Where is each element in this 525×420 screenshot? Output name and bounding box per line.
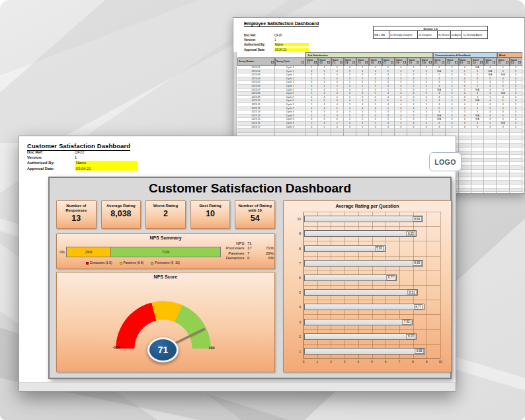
column-header: Quest 2.3▾ <box>459 58 471 66</box>
bar <box>304 304 424 310</box>
x-tick-label: 8 <box>409 360 417 364</box>
table-cell <box>510 192 522 194</box>
column-header: Quest 1.7▾ <box>382 58 395 66</box>
column-header-label: Quest 3.2 <box>511 60 518 64</box>
column-header-label: Quest 1.8 <box>396 60 403 64</box>
category-label: 2 <box>288 335 301 339</box>
nps-summary-title: NPS Summary <box>57 235 274 240</box>
filter-dropdown-button[interactable]: ▾ <box>480 61 483 63</box>
column-header: Quest 1.9▾ <box>407 58 420 66</box>
approval-row: Approval Date:03.04.21 <box>244 48 309 52</box>
rating-scale-cells: N/A = N/A 1= Strongly Disagree 2= Disagr… <box>374 31 487 39</box>
nps-stats: NPS: 71 Promoters: 17 71% Passives: 7 29… <box>209 241 274 261</box>
stat-pct: 29% <box>259 251 274 255</box>
customer-dashboard-sheet: Customer Satisfaction Dashboard Doc Ref:… <box>19 136 456 392</box>
chart-title: Average Rating per Question <box>284 204 451 208</box>
category-label: 1 <box>288 349 301 353</box>
filter-dropdown-button[interactable]: ▾ <box>467 61 470 63</box>
x-axis-line <box>303 358 440 359</box>
approval-label: Approval Date: <box>244 48 274 52</box>
stat-pct: 0% <box>259 256 274 260</box>
x-tick-label: 0 <box>300 360 307 364</box>
filter-dropdown-button[interactable]: ▾ <box>403 61 406 63</box>
authorised-row: Authorised By:Name <box>244 43 309 46</box>
column-group-header: Job Satisfaction <box>305 52 433 58</box>
table-cell <box>497 192 509 194</box>
filter-dropdown-button[interactable]: ▾ <box>352 61 355 63</box>
column-header: Quest 2.2▾ <box>446 58 458 66</box>
column-header-label: Quest 1.2 <box>319 60 327 64</box>
column-header-label: Quest 1.1 <box>307 60 314 64</box>
approval-label: Approval Date: <box>27 167 75 171</box>
category-label: 5 <box>288 290 301 294</box>
filter-dropdown-button[interactable]: ▾ <box>302 61 304 63</box>
column-header-label: Survey Number <box>239 61 255 63</box>
gridline <box>303 344 440 345</box>
scale-item: N/A = N/A <box>374 31 389 39</box>
bar <box>304 230 417 237</box>
table-header-row: Survey Number▾Survey Cycle▾Quest 1.1▾Que… <box>237 58 525 66</box>
table-cell <box>459 192 471 194</box>
bar-value-label: 8,77 <box>414 304 423 310</box>
employee-sheet-title: Employee Satisfaction Dashboard <box>244 21 319 27</box>
filter-dropdown-button[interactable]: ▾ <box>314 61 317 63</box>
kpi-worst-rating: Worst Rating 2 <box>145 200 186 229</box>
scale-item: 3= Neutral <box>438 31 451 39</box>
column-header: Quest 1.2▾ <box>318 58 331 66</box>
column-header-label: Survey Cycle <box>276 61 290 63</box>
filter-dropdown-button[interactable]: ▾ <box>506 61 508 63</box>
bar-value-label: 8,31 <box>407 290 417 295</box>
kpi-card-row: Number of Responses 13 Average Rating 8,… <box>56 200 275 229</box>
column-header-label: Quest 1.9 <box>409 60 416 64</box>
filter-dropdown-button[interactable]: ▾ <box>429 61 432 63</box>
scale-item: 4= Agree <box>451 31 463 39</box>
filter-dropdown-button[interactable]: ▾ <box>365 61 368 63</box>
filter-dropdown-button[interactable]: ▾ <box>442 61 444 63</box>
filter-dropdown-button[interactable]: ▾ <box>391 61 393 63</box>
gauge-max-label: 100 <box>204 346 220 350</box>
column-header: Quest 3.1▾ <box>497 58 509 66</box>
category-label: 10 <box>288 217 301 221</box>
filter-dropdown-button[interactable]: ▾ <box>327 61 330 63</box>
column-header-label: Quest 2.3 <box>460 60 467 64</box>
gauge-value-badge: 71 <box>147 337 179 362</box>
bar <box>304 333 417 340</box>
scale-item: 2= Disagree <box>418 31 438 39</box>
category-label: 3 <box>288 320 301 324</box>
kpi-number-of-responses: Number of Responses 13 <box>56 200 97 229</box>
column-group-header: Communication & Feedback <box>433 52 497 58</box>
scale-item: 1= Strongly Disagree <box>389 31 418 39</box>
legend-item: Detractors (1-5) <box>86 261 112 265</box>
column-header: Quest 1.8▾ <box>395 58 407 66</box>
kpi-value: 2 <box>163 209 168 218</box>
doc-ref-label: Doc Ref: <box>27 150 75 154</box>
version-row: Version:1 <box>27 155 77 159</box>
product-backdrop: Employee Satisfaction Dashboard Doc Ref:… <box>0 0 525 420</box>
group-spacer <box>237 52 305 58</box>
filter-dropdown-button[interactable]: ▾ <box>271 61 274 63</box>
filter-dropdown-button[interactable]: ▾ <box>493 61 495 63</box>
column-header-label: Quest 2.1 <box>434 60 442 64</box>
kpi-value: 54 <box>251 214 260 223</box>
column-header: Quest 2.4▾ <box>471 58 484 66</box>
filter-dropdown-button[interactable]: ▾ <box>417 61 419 63</box>
kpi-rating-with-10: Number of Rating with 10 54 <box>235 200 275 229</box>
nps-bar-segment: 71% <box>111 247 220 257</box>
authorised-label: Authorised By: <box>27 161 75 165</box>
x-tick-label: 9 <box>423 360 430 364</box>
version-label: Version: <box>27 155 75 159</box>
filter-dropdown-button[interactable]: ▾ <box>518 61 521 63</box>
column-header: Quest 1.1▾ <box>305 58 318 66</box>
bar <box>304 274 397 281</box>
authorised-row: Authorised By:Name <box>27 161 138 165</box>
rating-scale-title: Section 1-5 <box>374 26 487 31</box>
column-header-label: Quest 1.6 <box>370 60 378 64</box>
category-label: 7 <box>288 261 301 265</box>
bar <box>304 348 425 355</box>
detractors-zero-label: 0% <box>60 247 65 257</box>
nps-bar-segment: 29% <box>67 247 111 257</box>
filter-dropdown-button[interactable]: ▾ <box>455 61 458 63</box>
filter-dropdown-button[interactable]: ▾ <box>378 61 381 63</box>
column-header-label: Quest 1.10 <box>422 60 429 64</box>
filter-dropdown-button[interactable]: ▾ <box>340 61 343 63</box>
